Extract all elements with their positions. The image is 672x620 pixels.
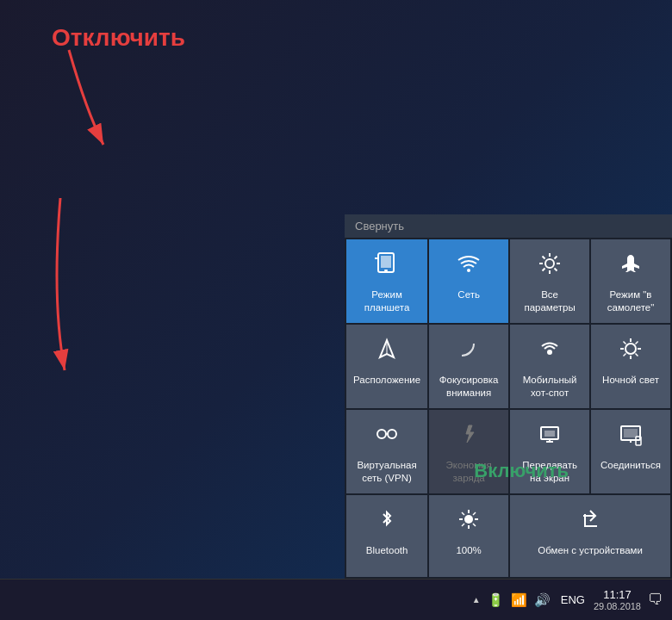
tile-connect-label: Соединиться (600, 459, 661, 472)
svg-point-19 (388, 430, 396, 438)
tile-mobile-hotspot[interactable]: Мобильный хот-спот (510, 325, 589, 408)
tile-night-light-label: Ночной свет (602, 374, 659, 387)
clock-time: 11:17 (594, 588, 641, 601)
show-hidden-icons[interactable]: ▲ (472, 595, 481, 604)
battery-icon[interactable]: 🔋 (488, 592, 504, 608)
notification-center-icon[interactable]: 🗨 (648, 591, 663, 609)
volume-icon[interactable]: 🔊 (534, 592, 551, 608)
action-center-panel: Свернуть Режимпланшета (345, 214, 672, 579)
tile-tablet-mode-label: Режимпланшета (364, 288, 409, 314)
tile-brightness[interactable]: 100% (429, 495, 508, 577)
svg-line-39 (462, 524, 464, 526)
battery-saver-icon (457, 422, 481, 452)
brightness-icon (457, 507, 481, 537)
collapse-label[interactable]: Свернуть (355, 220, 404, 232)
bluetooth-icon (375, 507, 399, 537)
svg-point-18 (377, 430, 386, 438)
tile-tablet-mode[interactable]: Режимпланшета (346, 239, 427, 323)
svg-line-36 (462, 512, 464, 515)
all-settings-icon (538, 251, 562, 282)
night-light-icon (619, 337, 643, 367)
clock-date: 29.08.2018 (594, 601, 641, 611)
svg-rect-22 (544, 431, 555, 437)
focus-assist-icon (457, 337, 481, 367)
airplane-mode-icon (619, 251, 643, 282)
location-icon (375, 337, 399, 367)
svg-line-17 (624, 354, 626, 356)
svg-point-8 (547, 350, 552, 355)
tile-bluetooth-label: Bluetooth (366, 544, 408, 557)
connect-icon (619, 422, 643, 452)
svg-rect-5 (384, 270, 388, 271)
svg-line-14 (624, 342, 626, 344)
share-icon (578, 507, 602, 537)
tile-share-label: Обмен с устройствами (538, 544, 643, 557)
tile-cast-label: Передавать на экран (517, 459, 582, 485)
svg-line-16 (636, 342, 638, 344)
tile-vpn[interactable]: Виртуальная сеть (VPN) (346, 410, 427, 493)
svg-point-31 (464, 515, 473, 524)
tile-battery-saver[interactable]: Экономия заряда (429, 410, 508, 493)
tile-network[interactable]: Сеть (429, 239, 508, 323)
tile-all-settings-label: Все параметры (517, 288, 582, 314)
network-icon (457, 251, 481, 282)
tile-mobile-hotspot-label: Мобильный хот-спот (517, 374, 582, 400)
svg-rect-4 (381, 256, 391, 268)
tile-focus-assist-label: Фокусировка внимания (436, 374, 501, 400)
tile-vpn-label: Виртуальная сеть (VPN) (353, 459, 420, 485)
tile-battery-saver-label: Экономия заряда (436, 459, 501, 485)
svg-point-6 (467, 269, 470, 272)
svg-line-38 (473, 512, 476, 515)
tile-location-label: Расположение (353, 374, 420, 387)
vpn-icon (375, 422, 399, 452)
tile-bluetooth[interactable]: Bluetooth (346, 495, 427, 577)
tile-connect[interactable]: Соединиться (591, 410, 670, 493)
taskbar-clock[interactable]: 11:17 29.08.2018 (594, 588, 641, 611)
tablet-mode-icon (375, 251, 399, 282)
mobile-hotspot-icon (538, 337, 562, 367)
tile-airplane-mode-label: Режим "в самолете" (598, 288, 663, 314)
cast-icon (538, 422, 562, 452)
wifi-icon[interactable]: 📶 (511, 592, 527, 608)
tile-network-label: Сеть (457, 288, 480, 301)
svg-rect-27 (624, 429, 638, 437)
taskbar: ▲ 🔋 📶 🔊 ENG 11:17 29.08.2018 🗨 (0, 579, 672, 620)
tile-focus-assist[interactable]: Фокусировка внимания (429, 325, 508, 408)
panel-header: Свернуть (345, 214, 672, 238)
svg-line-37 (473, 524, 476, 526)
tile-cast[interactable]: Передавать на экран (510, 410, 589, 493)
tile-airplane-mode[interactable]: Режим "в самолете" (591, 239, 670, 323)
tile-share[interactable]: Обмен с устройствами (510, 495, 670, 577)
tile-location[interactable]: Расположение (346, 325, 427, 408)
language-indicator[interactable]: ENG (561, 593, 585, 606)
svg-line-15 (636, 354, 638, 356)
tile-night-light[interactable]: Ночной свет (591, 325, 670, 408)
svg-point-7 (545, 259, 554, 268)
tile-brightness-label: 100% (456, 544, 481, 557)
taskbar-system-icons: ▲ 🔋 📶 🔊 ENG (472, 592, 585, 608)
tiles-grid: Режимпланшета Сеть Все параметры (345, 238, 672, 579)
svg-point-9 (625, 344, 636, 354)
tile-all-settings[interactable]: Все параметры (510, 239, 589, 323)
